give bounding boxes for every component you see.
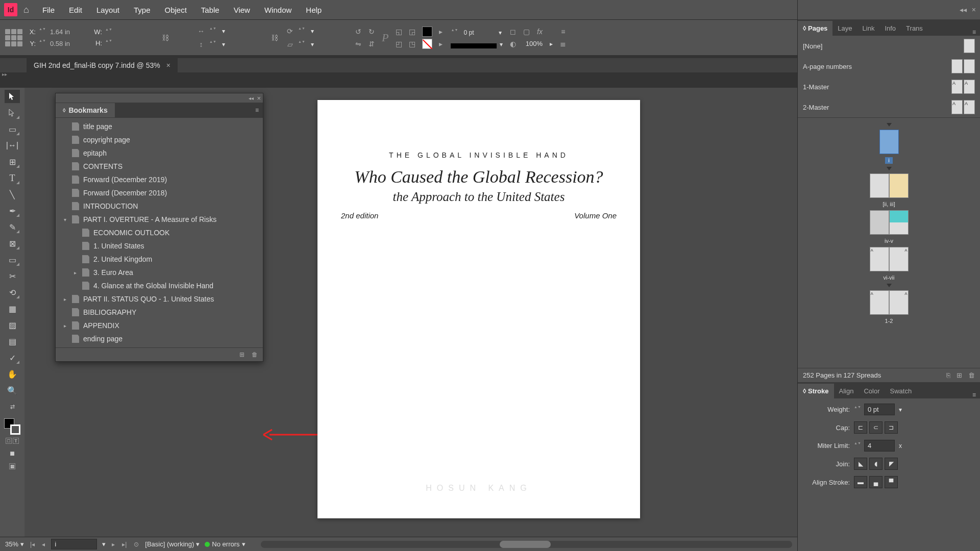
rectangle-tool[interactable]: ▭: [5, 253, 20, 266]
join-round-button[interactable]: ◖: [869, 458, 883, 470]
edit-page-size-icon[interactable]: ⎘: [946, 371, 950, 379]
h-stepper[interactable]: ▲▼: [105, 39, 111, 48]
fx-icon[interactable]: fx: [534, 27, 545, 37]
bookmark-item[interactable]: Forward (December 2019): [56, 173, 263, 186]
master-thumb[interactable]: A: [951, 100, 963, 114]
y-input[interactable]: 0.58 in: [48, 39, 89, 48]
expand-arrow-icon[interactable]: ▾: [62, 217, 68, 222]
panel-tab-color[interactable]: Color: [859, 384, 885, 398]
stroke-weight-stepper[interactable]: ▲▼: [451, 28, 457, 37]
panel-tab-pages[interactable]: ◊ Pages: [798, 21, 832, 36]
eyedropper-tool[interactable]: ✓: [5, 351, 20, 364]
fill-menu-icon[interactable]: ▸: [435, 27, 446, 37]
bookmark-item[interactable]: ECONOMIC OUTLOOK: [56, 226, 263, 239]
panel-tab-info[interactable]: Info: [879, 21, 901, 36]
view-mode-buttons[interactable]: ▦: [9, 463, 15, 469]
align-inside-button[interactable]: ▄: [869, 476, 883, 488]
stroke-swatch[interactable]: [422, 39, 432, 49]
x-stepper[interactable]: ▲▼: [39, 27, 45, 36]
master-row[interactable]: A-page numbers: [798, 56, 980, 77]
master-thumb[interactable]: A: [964, 80, 975, 94]
stroke-weight-field[interactable]: 0 pt: [460, 27, 496, 38]
y-stepper[interactable]: ▲▼: [39, 39, 45, 48]
pages-spreads-area[interactable]: i [ii, iii] iv-v AA vi-vii AA 1-2: [798, 118, 980, 368]
page-thumb[interactable]: [889, 210, 909, 235]
master-thumb[interactable]: [964, 59, 975, 73]
pencil-tool[interactable]: ✎: [5, 220, 20, 234]
line-tool[interactable]: ╲: [5, 188, 20, 201]
select-next-icon[interactable]: ◳: [407, 39, 417, 49]
object-effects-icon[interactable]: ▢: [521, 27, 531, 37]
panel-tab-align[interactable]: Align: [834, 384, 859, 398]
expand-arrow-icon[interactable]: ▸: [62, 323, 68, 329]
page-thumb[interactable]: [889, 173, 909, 198]
join-bevel-button[interactable]: ◤: [885, 458, 898, 470]
chevron-down-icon[interactable]: ▾: [102, 540, 106, 548]
zoom-level-dropdown[interactable]: 35% ▾: [5, 540, 24, 548]
bookmark-item[interactable]: title page: [56, 120, 263, 133]
rotate-stepper[interactable]: ▲▼: [298, 27, 304, 36]
bookmark-item[interactable]: Forward (December 2018): [56, 186, 263, 199]
bookmarks-tab[interactable]: ◊Bookmarks: [56, 103, 115, 117]
menu-view[interactable]: View: [227, 3, 257, 17]
panel-menu-icon[interactable]: ≡: [251, 107, 263, 114]
x-input[interactable]: 1.64 in: [48, 27, 89, 37]
pen-tool[interactable]: ✒: [5, 204, 20, 217]
gap-tool[interactable]: |↔|: [5, 139, 20, 152]
bookmark-item[interactable]: ▾PART I. OVERTURE - A Measure of Risks: [56, 213, 263, 226]
preflight-errors[interactable]: No errors ▾: [205, 540, 245, 548]
shear-dropdown[interactable]: ▾: [307, 39, 348, 50]
opacity-input[interactable]: 100%: [521, 39, 547, 48]
w-input[interactable]: [114, 31, 155, 33]
master-row[interactable]: 1-MasterAA: [798, 77, 980, 97]
bookmark-item[interactable]: copyright page: [56, 133, 263, 146]
page-thumb[interactable]: A: [870, 290, 889, 315]
master-thumb[interactable]: A: [964, 100, 975, 114]
menu-type[interactable]: Type: [127, 3, 158, 17]
fill-stroke-proxy[interactable]: [4, 418, 20, 435]
reference-point-grid[interactable]: [5, 29, 22, 46]
opacity-icon[interactable]: ◐: [508, 39, 518, 49]
page-thumb[interactable]: [870, 210, 889, 235]
flip-h-icon[interactable]: ⇋: [353, 39, 363, 49]
constrain-scale-icon[interactable]: ⛓: [270, 33, 280, 43]
scissors-tool[interactable]: ✂: [5, 269, 20, 283]
close-panel-icon[interactable]: ×: [257, 94, 261, 102]
content-collector-tool[interactable]: ⊞: [5, 155, 20, 168]
miter-input[interactable]: [864, 440, 895, 452]
panel-expand-icon[interactable]: ▸▸: [2, 71, 7, 77]
panel-menu-icon[interactable]: ≡: [968, 391, 980, 398]
chevron-down-icon[interactable]: ▾: [499, 29, 502, 36]
canvas-area[interactable]: ◂◂ × ◊Bookmarks ≡ title pagecopyright pa…: [24, 88, 797, 537]
select-container-icon[interactable]: ◱: [394, 27, 404, 37]
panel-tab-link[interactable]: Link: [857, 21, 880, 36]
panel-menu-icon[interactable]: ≡: [968, 29, 980, 36]
last-page-button[interactable]: ▸|: [121, 541, 128, 548]
hand-tool[interactable]: ✋: [5, 367, 20, 381]
type-tool[interactable]: T: [5, 171, 20, 185]
bookmark-item[interactable]: 1. United States: [56, 239, 263, 253]
document-page[interactable]: THE GLOBAL INVISIBLE HAND Who Caused the…: [317, 100, 640, 518]
select-prev-icon[interactable]: ◰: [394, 39, 404, 49]
text-wrap-icon[interactable]: ≡: [558, 27, 568, 37]
shear-stepper[interactable]: ▲▼: [298, 40, 304, 49]
cap-projecting-button[interactable]: ⊐: [885, 421, 898, 434]
gradient-swatch-tool[interactable]: ▦: [5, 302, 20, 315]
scale-y-stepper[interactable]: ▲▼: [209, 40, 215, 49]
scale-y-dropdown[interactable]: ▾: [218, 39, 264, 50]
menu-table[interactable]: Table: [194, 3, 227, 17]
panel-tab-laye[interactable]: Laye: [832, 21, 857, 36]
horizontal-scrollbar[interactable]: [261, 541, 792, 548]
page-number-input[interactable]: [51, 539, 97, 549]
document-tab[interactable]: GIH 2nd ed_final-iB copy 7.indd @ 53% ×: [27, 58, 178, 72]
bookmark-item[interactable]: ▸PART II. STATUS QUO - 1. United States: [56, 292, 263, 306]
rotate-cw-icon[interactable]: ↻: [366, 27, 377, 37]
page-tool[interactable]: ▭: [5, 122, 20, 136]
fill-swatch[interactable]: [422, 27, 432, 37]
prev-page-button[interactable]: ◂: [41, 541, 46, 548]
close-tab-icon[interactable]: ×: [166, 61, 170, 69]
h-input[interactable]: [114, 42, 155, 44]
home-icon[interactable]: ⌂: [23, 5, 29, 15]
master-thumb[interactable]: A: [951, 80, 963, 94]
cap-butt-button[interactable]: ⊏: [854, 421, 867, 434]
